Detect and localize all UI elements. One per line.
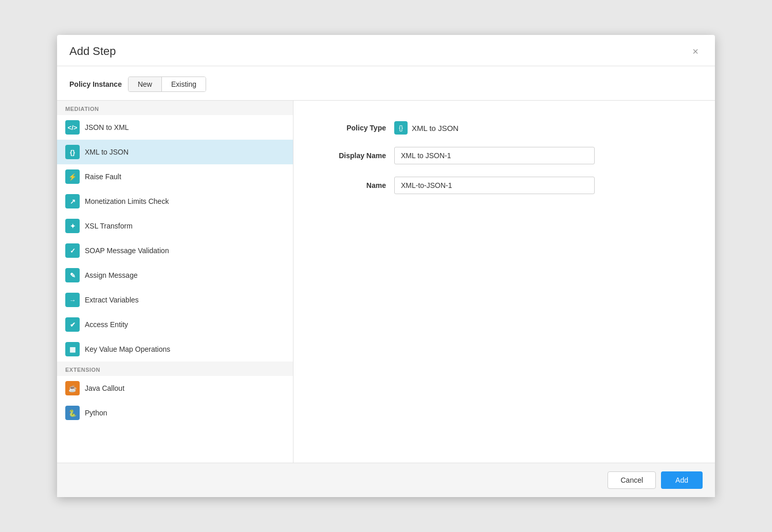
policy-type-value: {} XML to JSON <box>394 121 458 135</box>
policy-item-label: Python <box>85 409 107 417</box>
policy-item-label: JSON to XML <box>85 123 129 131</box>
display-name-input[interactable] <box>394 147 595 164</box>
key-value-map-icon: ▦ <box>65 342 80 356</box>
dialog-title: Add Step <box>69 45 116 58</box>
policy-item-label: Raise Fault <box>85 173 121 181</box>
list-item[interactable]: ⚡ Raise Fault <box>57 164 293 189</box>
raise-fault-icon: ⚡ <box>65 169 80 184</box>
json-to-xml-icon: </> <box>65 120 80 135</box>
list-item[interactable]: {} XML to JSON <box>57 140 293 164</box>
add-step-dialog: Add Step × Policy Instance New Existing … <box>57 35 715 497</box>
xml-to-json-icon: {} <box>65 145 80 159</box>
dialog-body: MEDIATION </> JSON to XML {} XML to JSON… <box>57 101 715 463</box>
policy-item-label: Monetization Limits Check <box>85 197 169 205</box>
soap-validation-icon: ✓ <box>65 243 80 258</box>
close-button[interactable]: × <box>688 44 703 59</box>
list-item[interactable]: → Extract Variables <box>57 288 293 312</box>
extract-variables-icon: → <box>65 293 80 307</box>
list-item[interactable]: ☕ Java Callout <box>57 376 293 401</box>
policy-item-label: Java Callout <box>85 384 124 392</box>
name-input[interactable] <box>394 177 595 194</box>
policy-type-label: Policy Type <box>319 124 386 132</box>
toggle-new[interactable]: New <box>128 77 162 91</box>
list-item[interactable]: ▦ Key Value Map Operations <box>57 337 293 362</box>
policy-item-label: Key Value Map Operations <box>85 345 170 353</box>
policy-item-label: Access Entity <box>85 320 128 329</box>
policy-item-label: Extract Variables <box>85 296 139 304</box>
policy-type-text: XML to JSON <box>412 124 458 132</box>
xsl-transform-icon: ✦ <box>65 219 80 233</box>
list-item[interactable]: ✓ SOAP Message Validation <box>57 238 293 263</box>
list-item[interactable]: 🐍 Python <box>57 401 293 425</box>
list-item[interactable]: </> JSON to XML <box>57 115 293 140</box>
policy-instance-row: Policy Instance New Existing <box>57 66 715 101</box>
policy-instance-label: Policy Instance <box>69 80 122 88</box>
dialog-header: Add Step × <box>57 35 715 66</box>
policy-item-label: SOAP Message Validation <box>85 246 169 255</box>
list-item[interactable]: ✦ XSL Transform <box>57 214 293 238</box>
policy-type-row: Policy Type {} XML to JSON <box>319 121 689 135</box>
policy-item-label: XML to JSON <box>85 148 128 156</box>
right-panel: Policy Type {} XML to JSON Display Name … <box>293 101 715 463</box>
display-name-row: Display Name <box>319 147 689 164</box>
cancel-button[interactable]: Cancel <box>608 471 656 489</box>
access-entity-icon: ✔ <box>65 317 80 332</box>
add-button[interactable]: Add <box>661 471 703 489</box>
list-item[interactable]: ↗ Monetization Limits Check <box>57 189 293 214</box>
policy-item-label: XSL Transform <box>85 222 133 230</box>
list-item[interactable]: ✔ Access Entity <box>57 312 293 337</box>
name-label: Name <box>319 181 386 189</box>
section-header-mediation: MEDIATION <box>57 101 293 115</box>
left-panel: MEDIATION </> JSON to XML {} XML to JSON… <box>57 101 293 463</box>
section-header-extension: EXTENSION <box>57 362 293 376</box>
assign-message-icon: ✎ <box>65 268 80 282</box>
policy-type-icon: {} <box>394 121 408 135</box>
display-name-label: Display Name <box>319 151 386 160</box>
policy-instance-toggle: New Existing <box>128 77 206 92</box>
name-row: Name <box>319 177 689 194</box>
list-item[interactable]: ✎ Assign Message <box>57 263 293 288</box>
python-icon: 🐍 <box>65 406 80 420</box>
dialog-footer: Cancel Add <box>57 463 715 497</box>
toggle-existing[interactable]: Existing <box>162 77 206 91</box>
policy-item-label: Assign Message <box>85 271 138 279</box>
java-callout-icon: ☕ <box>65 381 80 395</box>
monetization-icon: ↗ <box>65 194 80 208</box>
